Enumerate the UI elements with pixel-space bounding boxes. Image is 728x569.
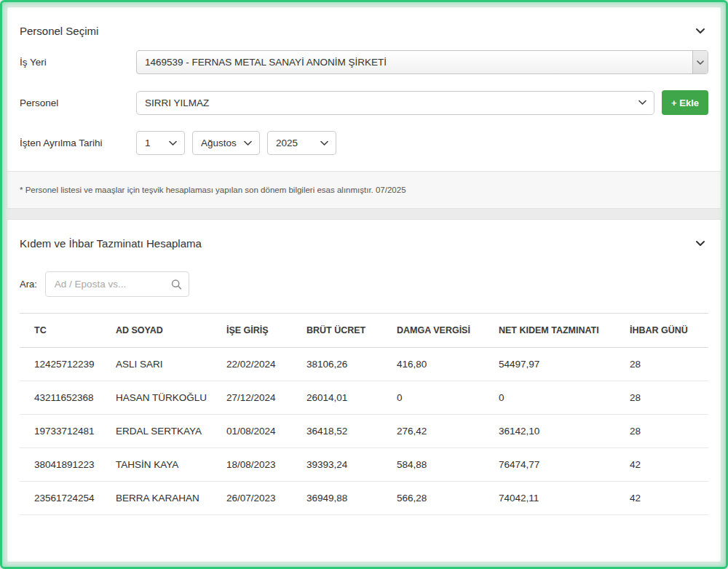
tazminat-table: TCAD SOYADİŞE GİRİŞBRÜT ÜCRETDAMGA VERGİ… bbox=[20, 313, 708, 515]
tazminat-table-wrap: TCAD SOYADİŞE GİRİŞBRÜT ÜCRETDAMGA VERGİ… bbox=[20, 313, 708, 515]
table-cell: 42 bbox=[624, 448, 708, 482]
search-icon bbox=[171, 279, 182, 290]
table-cell: 28 bbox=[624, 381, 708, 415]
table-cell: TAHSİN KAYA bbox=[110, 448, 221, 482]
column-header: İHBAR GÜNÜ bbox=[624, 314, 708, 348]
personel-label: Personel bbox=[20, 98, 136, 108]
table-cell: 584,88 bbox=[391, 448, 493, 482]
panel-header: Personel Seçimi bbox=[7, 7, 721, 50]
table-cell: 43211652368 bbox=[20, 381, 110, 415]
table-cell: 276,42 bbox=[391, 415, 493, 448]
chevron-down-icon bbox=[320, 140, 328, 146]
chevron-down-icon bbox=[169, 140, 177, 146]
table-cell: 54497,97 bbox=[493, 348, 624, 381]
table-cell: 36142,10 bbox=[493, 415, 624, 448]
search-row: Ara: bbox=[20, 271, 708, 297]
table-cell: ASLI SARI bbox=[110, 348, 221, 381]
table-cell: 26/07/2023 bbox=[221, 482, 301, 515]
table-cell: 0 bbox=[391, 381, 493, 415]
table-cell: 76474,77 bbox=[493, 448, 624, 482]
column-header: BRÜT ÜCRET bbox=[301, 314, 391, 348]
kidem-ihbar-panel: Kıdem ve İhbar Tazminatı Hesaplama Ara: bbox=[7, 219, 721, 562]
panel-collapse-button[interactable] bbox=[692, 25, 708, 37]
table-cell: HASAN TÜRKOĞLU bbox=[110, 381, 221, 415]
isyeri-label: İş Yeri bbox=[20, 57, 136, 68]
page: Personel Seçimi İş Yeri 1469539 - FERNAS… bbox=[0, 0, 728, 569]
table-row: 12425712239ASLI SARI22/02/202438106,2641… bbox=[20, 348, 708, 381]
table-cell: 39393,24 bbox=[301, 448, 391, 482]
column-header: TC bbox=[20, 314, 110, 348]
table-cell: 18/08/2023 bbox=[221, 448, 301, 482]
table-cell: BERRA KARAHAN bbox=[110, 482, 221, 515]
panel-title: Personel Seçimi bbox=[20, 25, 98, 37]
personel-controls: SIRRI YILMAZ + Ekle bbox=[136, 90, 708, 115]
chevron-down-icon bbox=[244, 140, 252, 146]
table-cell: 36949,88 bbox=[301, 482, 391, 515]
personel-select[interactable]: SIRRI YILMAZ bbox=[136, 91, 654, 115]
isyeri-select-value: 1469539 - FERNAS METAL SANAYİ ANONİM ŞİR… bbox=[137, 57, 708, 68]
table-cell: 01/08/2024 bbox=[221, 415, 301, 448]
chevron-down-icon bbox=[695, 25, 705, 36]
column-header: DAMGA VERGİSİ bbox=[391, 314, 493, 348]
panel-title: Kıdem ve İhbar Tazminatı Hesaplama bbox=[20, 237, 202, 250]
search-box bbox=[45, 271, 189, 297]
isyeri-controls: 1469539 - FERNAS METAL SANAYİ ANONİM ŞİR… bbox=[136, 50, 708, 74]
table-header-row: TCAD SOYADİŞE GİRİŞBRÜT ÜCRETDAMGA VERGİ… bbox=[20, 314, 708, 348]
isyeri-select[interactable]: 1469539 - FERNAS METAL SANAYİ ANONİM ŞİR… bbox=[136, 50, 708, 74]
table-cell: 23561724254 bbox=[20, 482, 110, 515]
table-cell: 12425712239 bbox=[20, 348, 110, 381]
search-label: Ara: bbox=[20, 279, 37, 290]
table-cell: 0 bbox=[493, 381, 624, 415]
table-cell: 38041891223 bbox=[20, 448, 110, 482]
table-cell: 22/02/2024 bbox=[221, 348, 301, 381]
ayrilma-tarihi-row: İşten Ayrılma Tarihi 1 Ağustos 2025 bbox=[20, 131, 708, 155]
table-cell: 28 bbox=[624, 348, 708, 381]
personel-select-value: SIRRI YILMAZ bbox=[137, 98, 654, 108]
chevron-down-icon bbox=[695, 238, 705, 249]
column-header: AD SOYAD bbox=[110, 314, 221, 348]
table-row: 19733712481ERDAL SERTKAYA01/08/202436418… bbox=[20, 415, 708, 448]
table-cell: 28 bbox=[624, 415, 708, 448]
ayrilma-tarihi-controls: 1 Ağustos 2025 bbox=[136, 131, 708, 155]
table-cell: 74042,11 bbox=[493, 482, 624, 515]
column-header: NET KIDEM TAZMINATI bbox=[493, 314, 624, 348]
panel-footnote: * Personel listesi ve maaşlar için teşvi… bbox=[7, 171, 721, 208]
chevron-down-icon bbox=[638, 100, 646, 106]
chevron-down-icon bbox=[692, 51, 708, 73]
panel-collapse-button[interactable] bbox=[692, 237, 708, 250]
table-cell: 416,80 bbox=[391, 348, 493, 381]
table-cell: 42 bbox=[624, 482, 708, 515]
table-cell: 566,28 bbox=[391, 482, 493, 515]
table-cell: ERDAL SERTKAYA bbox=[110, 415, 221, 448]
ekle-button[interactable]: + Ekle bbox=[662, 90, 708, 115]
table-row: 38041891223TAHSİN KAYA18/08/202339393,24… bbox=[20, 448, 708, 482]
month-select[interactable]: Ağustos bbox=[192, 131, 260, 155]
ayrilma-tarihi-label: İşten Ayrılma Tarihi bbox=[20, 138, 136, 148]
panel-header: Kıdem ve İhbar Tazminatı Hesaplama bbox=[7, 220, 721, 263]
personel-row: Personel SIRRI YILMAZ + Ekle bbox=[20, 90, 708, 115]
table-cell: 19733712481 bbox=[20, 415, 110, 448]
table-row: 43211652368HASAN TÜRKOĞLU27/12/202426014… bbox=[20, 381, 708, 415]
personel-secimi-panel: Personel Seçimi İş Yeri 1469539 - FERNAS… bbox=[7, 7, 721, 209]
day-select[interactable]: 1 bbox=[136, 131, 185, 155]
year-select[interactable]: 2025 bbox=[267, 131, 336, 155]
table-cell: 36418,52 bbox=[301, 415, 391, 448]
table-row: 23561724254BERRA KARAHAN26/07/202336949,… bbox=[20, 482, 708, 515]
isyeri-row: İş Yeri 1469539 - FERNAS METAL SANAYİ AN… bbox=[20, 50, 708, 74]
table-cell: 27/12/2024 bbox=[221, 381, 301, 415]
table-cell: 26014,01 bbox=[301, 381, 391, 415]
day-select-value: 1 bbox=[137, 138, 184, 148]
column-header: İŞE GİRİŞ bbox=[221, 314, 301, 348]
table-cell: 38106,26 bbox=[301, 348, 391, 381]
table-body: 12425712239ASLI SARI22/02/202438106,2641… bbox=[20, 348, 708, 515]
search-input[interactable] bbox=[45, 271, 189, 297]
